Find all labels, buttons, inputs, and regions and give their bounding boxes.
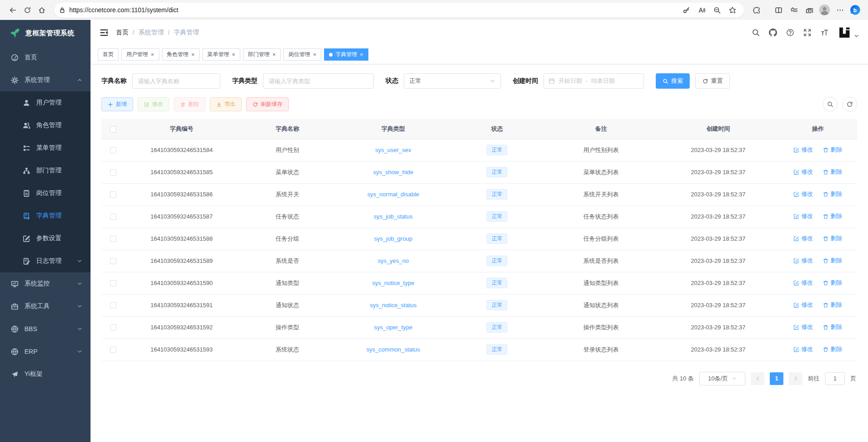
delete-button[interactable]: 删除 bbox=[174, 97, 205, 111]
row-edit-button[interactable]: 修改 bbox=[793, 146, 813, 154]
user-menu[interactable] bbox=[838, 26, 859, 39]
sidebar-item-system[interactable]: 系统管理 bbox=[0, 69, 91, 91]
search-button[interactable]: 搜索 bbox=[656, 73, 690, 89]
reload-button[interactable] bbox=[20, 3, 34, 17]
more-button[interactable] bbox=[833, 3, 847, 17]
row-edit-button[interactable]: 修改 bbox=[793, 234, 813, 242]
row-edit-button[interactable]: 修改 bbox=[793, 345, 813, 353]
date-range-picker[interactable]: 开始日期 - 结束日期 bbox=[544, 73, 644, 89]
dict-type-link[interactable]: sys_job_group bbox=[374, 235, 413, 242]
tab-home[interactable]: 首页 bbox=[98, 48, 119, 61]
sidebar-item-departments[interactable]: 部门管理 bbox=[0, 159, 91, 182]
row-edit-button[interactable]: 修改 bbox=[793, 212, 813, 220]
profile-avatar-button[interactable] bbox=[817, 3, 832, 17]
collapse-sidebar-icon[interactable] bbox=[100, 28, 109, 37]
tab-users[interactable]: 用户管理 × bbox=[121, 48, 159, 61]
row-checkbox[interactable] bbox=[110, 169, 116, 176]
sidebar-item-home[interactable]: 首页 bbox=[0, 46, 91, 69]
goto-page-input[interactable] bbox=[825, 372, 845, 385]
tab-departments[interactable]: 部门管理 × bbox=[243, 48, 281, 61]
row-checkbox[interactable] bbox=[110, 280, 116, 286]
tab-close-icon[interactable]: × bbox=[151, 52, 154, 57]
sidebar-item-posts[interactable]: 岗位管理 bbox=[0, 182, 91, 204]
tab-close-icon[interactable]: × bbox=[191, 52, 195, 57]
fullscreen-icon[interactable] bbox=[803, 29, 811, 37]
row-edit-button[interactable]: 修改 bbox=[793, 190, 813, 198]
row-delete-button[interactable]: 删除 bbox=[823, 323, 842, 331]
row-edit-button[interactable]: 修改 bbox=[793, 257, 813, 265]
select-all-checkbox[interactable] bbox=[110, 126, 116, 133]
split-screen-button[interactable] bbox=[771, 3, 786, 17]
prev-page-button[interactable] bbox=[751, 372, 764, 385]
row-checkbox[interactable] bbox=[110, 324, 116, 331]
tab-close-icon[interactable]: × bbox=[360, 52, 363, 57]
row-delete-button[interactable]: 删除 bbox=[823, 146, 842, 154]
dict-type-input[interactable] bbox=[263, 73, 374, 89]
tab-roles[interactable]: 角色管理 × bbox=[162, 48, 200, 61]
collections-button[interactable] bbox=[802, 3, 816, 17]
help-icon[interactable] bbox=[786, 29, 794, 37]
sidebar-item-erp[interactable]: ERP bbox=[0, 340, 91, 363]
read-aloud-button[interactable] bbox=[694, 3, 709, 17]
zoom-out-button[interactable] bbox=[710, 3, 724, 17]
next-page-button[interactable] bbox=[789, 372, 802, 385]
row-delete-button[interactable]: 删除 bbox=[823, 257, 842, 265]
reset-button[interactable]: 重置 bbox=[695, 73, 730, 89]
row-edit-button[interactable]: 修改 bbox=[793, 301, 813, 309]
dict-type-link[interactable]: sys_show_hide bbox=[373, 169, 413, 176]
breadcrumb-home[interactable]: 首页 bbox=[116, 29, 129, 37]
add-button[interactable]: 新增 bbox=[101, 97, 133, 111]
sidebar-item-users[interactable]: 用户管理 bbox=[0, 91, 91, 114]
row-edit-button[interactable]: 修改 bbox=[793, 323, 813, 331]
toggle-search-button[interactable] bbox=[823, 97, 838, 112]
row-delete-button[interactable]: 删除 bbox=[823, 168, 842, 176]
back-button[interactable] bbox=[5, 3, 20, 17]
tab-posts[interactable]: 岗位管理 × bbox=[283, 48, 321, 61]
github-icon[interactable] bbox=[769, 29, 777, 37]
font-size-icon[interactable] bbox=[820, 29, 829, 37]
refresh-table-button[interactable] bbox=[842, 97, 857, 112]
dict-name-input[interactable] bbox=[132, 73, 220, 89]
row-delete-button[interactable]: 删除 bbox=[823, 345, 842, 353]
favorite-add-button[interactable] bbox=[725, 3, 739, 17]
row-checkbox[interactable] bbox=[110, 147, 116, 153]
page-size-select[interactable]: 10条/页 bbox=[699, 372, 745, 385]
dict-type-link[interactable]: sys_user_sex bbox=[375, 147, 411, 153]
row-delete-button[interactable]: 删除 bbox=[823, 301, 842, 309]
row-delete-button[interactable]: 删除 bbox=[823, 234, 842, 242]
row-edit-button[interactable]: 修改 bbox=[793, 168, 813, 176]
refresh-cache-button[interactable]: 刷新缓存 bbox=[246, 97, 289, 111]
dict-type-link[interactable]: sys_job_status bbox=[374, 213, 413, 220]
sidebar-item-yi-framework[interactable]: Yi框架 bbox=[0, 363, 91, 385]
row-checkbox[interactable] bbox=[110, 258, 116, 264]
row-checkbox[interactable] bbox=[110, 302, 116, 309]
row-checkbox[interactable] bbox=[110, 214, 116, 220]
tab-close-icon[interactable]: × bbox=[232, 52, 235, 57]
dict-type-link[interactable]: sys_yes_no bbox=[378, 257, 409, 264]
page-number-1[interactable]: 1 bbox=[770, 372, 783, 385]
dict-type-link[interactable]: sys_common_status bbox=[367, 346, 420, 353]
favorites-bar-button[interactable] bbox=[787, 3, 801, 17]
row-delete-button[interactable]: 删除 bbox=[823, 279, 842, 287]
export-button[interactable]: 导出 bbox=[210, 97, 242, 111]
tab-close-icon[interactable]: × bbox=[313, 52, 316, 57]
edit-button[interactable]: 修改 bbox=[138, 97, 169, 111]
sidebar-item-roles[interactable]: 角色管理 bbox=[0, 114, 91, 137]
dict-type-link[interactable]: sys_notice_type bbox=[372, 280, 414, 286]
row-checkbox[interactable] bbox=[110, 191, 116, 198]
tab-close-icon[interactable]: × bbox=[272, 52, 276, 57]
row-delete-button[interactable]: 删除 bbox=[823, 190, 842, 198]
sidebar-item-menus[interactable]: 菜单管理 bbox=[0, 137, 91, 159]
extensions-button[interactable] bbox=[749, 3, 764, 17]
sidebar-item-params[interactable]: 参数设置 bbox=[0, 227, 91, 250]
key-button[interactable] bbox=[679, 3, 693, 17]
sidebar-item-dict[interactable]: 字典管理 bbox=[0, 204, 91, 227]
address-bar[interactable]: https://ccnetcore.com:1101/system/dict bbox=[54, 3, 744, 18]
dict-type-link[interactable]: sys_oper_type bbox=[374, 324, 413, 331]
sidebar-item-logs[interactable]: 日志管理 bbox=[0, 250, 91, 272]
sidebar-item-monitor[interactable]: 系统监控 bbox=[0, 272, 91, 295]
row-edit-button[interactable]: 修改 bbox=[793, 279, 813, 287]
sidebar-item-bbs[interactable]: BBS bbox=[0, 318, 91, 340]
sidebar-item-tools[interactable]: 系统工具 bbox=[0, 295, 91, 318]
home-button[interactable] bbox=[34, 3, 49, 17]
